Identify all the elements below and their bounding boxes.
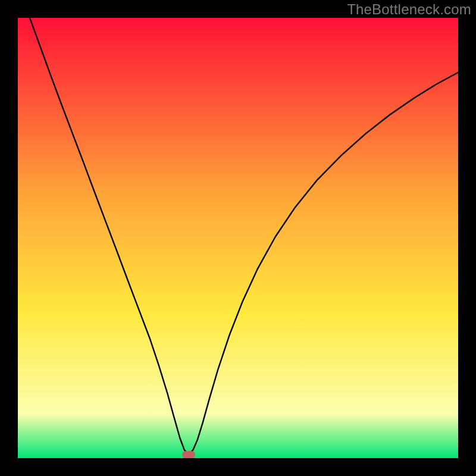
chart-svg bbox=[18, 18, 458, 458]
outer-frame: TheBottleneck.com bbox=[0, 0, 476, 476]
watermark-text: TheBottleneck.com bbox=[347, 1, 471, 18]
min-marker bbox=[182, 451, 195, 458]
chart-plot-area bbox=[18, 18, 458, 458]
gradient-background bbox=[18, 18, 458, 458]
